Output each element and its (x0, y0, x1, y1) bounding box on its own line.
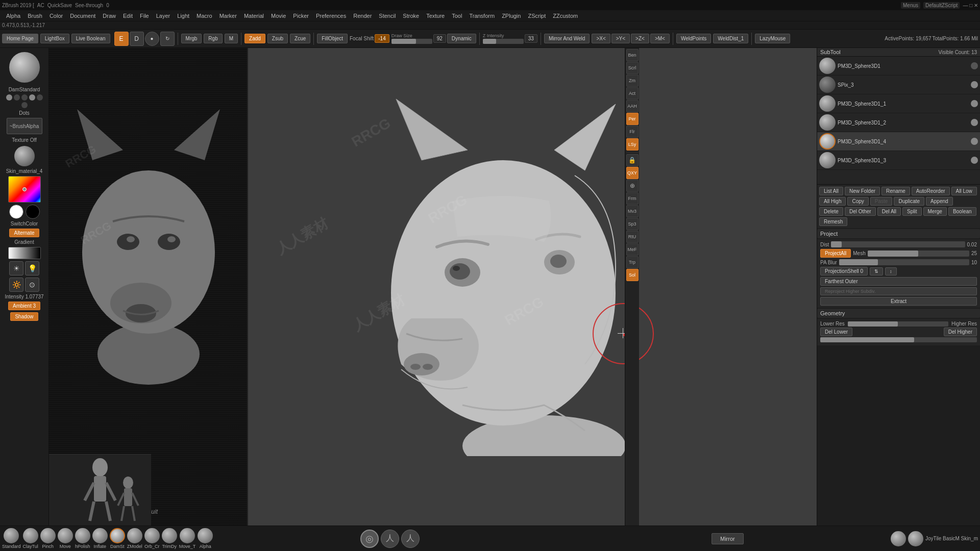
subtool-item-4[interactable]: PM3D_Sphere3D1_4 (817, 132, 980, 151)
append-btn[interactable]: Append (926, 197, 952, 206)
mirror-btn[interactable]: Mirror (712, 533, 744, 544)
mesh-slider[interactable] (868, 251, 969, 257)
color-picker[interactable] (8, 176, 41, 203)
z-intensity-bar[interactable] (483, 39, 524, 44)
subtool-item-spix[interactable]: SPix_3 (817, 76, 980, 94)
geo-slider2[interactable] (820, 337, 977, 342)
higher-res-label[interactable]: Higher Res (951, 321, 977, 327)
menu-document[interactable]: Document (67, 12, 99, 20)
dynamic-btn[interactable]: Dynamic (447, 34, 476, 43)
zadd-btn[interactable]: Zadd (244, 34, 265, 43)
zsub-btn[interactable]: Zsub (267, 34, 288, 43)
menu-marker[interactable]: Marker (216, 12, 240, 20)
dot-2[interactable] (14, 94, 20, 101)
pm-btn[interactable]: >M< (650, 34, 670, 43)
sphere-btn[interactable]: ● (145, 32, 159, 46)
extract-btn[interactable]: Extract (820, 297, 977, 306)
dot-5[interactable] (37, 94, 43, 101)
canvas-area[interactable]: RRCG RRCG Parauit (49, 48, 817, 525)
gradient-preview[interactable] (8, 247, 41, 259)
menu-preferences[interactable]: Preferences (313, 12, 349, 20)
tool-move[interactable]: Move (58, 528, 73, 549)
del-lower-btn[interactable]: Del Lower (820, 328, 852, 336)
copy-btn[interactable]: Copy (847, 197, 868, 206)
rgb-btn[interactable]: Rgb (204, 34, 222, 43)
light-btn-3[interactable]: 🔆 (9, 278, 23, 292)
pa-blur-slider[interactable] (839, 259, 969, 265)
tool-zmodel[interactable]: ZModel (127, 528, 142, 549)
new-folder-btn[interactable]: New Folder (845, 187, 880, 195)
pz-btn[interactable]: >Z< (631, 34, 649, 43)
menu-zzcustom[interactable]: ZZcustom (550, 12, 581, 20)
aahal-btn[interactable]: AAH (626, 100, 639, 112)
subtool-eye-3[interactable] (971, 119, 978, 126)
m-btn[interactable]: M (225, 34, 238, 43)
lazy-mouse-btn[interactable]: LazyMouse (755, 34, 790, 43)
subtool-item-5[interactable]: PM3D_Sphere3D1_3 (817, 151, 980, 170)
space3d-btn[interactable]: Sp3 (626, 218, 639, 230)
quicksave-label[interactable]: QuickSave (47, 3, 72, 8)
frame-btn[interactable]: Frm (626, 192, 639, 205)
move3d-btn[interactable]: Mv3 (626, 205, 639, 217)
reorder-btn2[interactable]: ⇅ (870, 267, 883, 276)
zoom-btn[interactable]: Zm (626, 74, 639, 87)
draw-size-val[interactable]: 92 (433, 34, 446, 43)
light-btn-4[interactable]: ⊙ (25, 278, 39, 292)
mefill-btn[interactable]: MeF (626, 243, 639, 256)
lightbox-btn[interactable]: LightBox (40, 34, 69, 43)
subtool-eye-2[interactable] (971, 100, 978, 107)
tool-movet[interactable]: Move_T (179, 528, 196, 549)
del-higher-btn[interactable]: Del Higher (944, 328, 977, 336)
menu-transform[interactable]: Transform (466, 12, 498, 20)
canvas-left[interactable]: RRCG RRCG Parauit (49, 48, 248, 525)
boolean-btn[interactable]: Boolean (948, 207, 976, 216)
menu-picker[interactable]: Picker (290, 12, 312, 20)
subtool-item-3[interactable]: PM3D_Sphere3D1_2 (817, 113, 980, 132)
all-high-btn[interactable]: All High (819, 197, 846, 206)
menu-edit[interactable]: Edit (120, 12, 136, 20)
mirror-weld-btn[interactable]: Mirror And Weld (544, 34, 590, 43)
list-all-btn[interactable]: List All (819, 187, 843, 195)
nav-circle3[interactable]: 人 (401, 530, 420, 548)
menu-draw[interactable]: Draw (100, 12, 119, 20)
brush-name-label[interactable]: DamStandard (9, 87, 40, 92)
transp-btn[interactable]: Trp (626, 256, 639, 268)
ambient-btn[interactable]: Ambient 3 (8, 302, 40, 310)
texture-off-label[interactable]: Texture Off (7, 136, 42, 144)
auto-reorder-btn[interactable]: AutoReorder (912, 187, 950, 195)
paste-btn[interactable]: Paste (870, 197, 893, 206)
geometry-header[interactable]: Geometry (817, 309, 980, 318)
tool-claytul[interactable]: ClayTul (23, 528, 38, 549)
menu-color[interactable]: Color (46, 12, 66, 20)
actual-btn[interactable]: Act (626, 87, 639, 99)
brush-preview[interactable] (9, 52, 40, 83)
nav-circle[interactable]: ◎ (360, 530, 379, 548)
tool-inflate[interactable]: Inflate (92, 528, 108, 549)
subtool-eye-5[interactable] (971, 157, 978, 164)
scroll-btn[interactable]: Scrl (626, 62, 639, 74)
dot-3[interactable] (21, 94, 28, 101)
live-boolean-btn[interactable]: Live Boolean (71, 34, 110, 43)
alternate-btn[interactable]: Alternate (9, 229, 39, 237)
ben-btn[interactable]: Ben (626, 49, 639, 61)
all-low-btn[interactable]: All Low (951, 187, 977, 195)
light-btn-2[interactable]: 💡 (25, 261, 39, 276)
weld-points-btn[interactable]: WeldPoints (676, 34, 711, 43)
tool-orbcr[interactable]: Orb_Cr (144, 528, 160, 549)
brush-alpha-preview[interactable]: ~BrushAlpha (7, 118, 42, 134)
material-icon-1[interactable] (891, 531, 906, 546)
z-intensity-val[interactable]: 33 (525, 34, 537, 43)
subtool-item-2[interactable]: PM3D_Sphere3D1_1 (817, 94, 980, 113)
res-slider[interactable] (848, 321, 948, 327)
menu-zscript[interactable]: ZScript (525, 12, 549, 20)
menu-layer[interactable]: Layer (153, 12, 174, 20)
menu-alpha[interactable]: Alpha (3, 12, 23, 20)
menu-light[interactable]: Light (174, 12, 192, 20)
material-name-label[interactable]: Skin_material_4 (6, 168, 43, 174)
menu-file[interactable]: File (137, 12, 152, 20)
menu-zplugin[interactable]: ZPlugin (499, 12, 524, 20)
draw-size-bar[interactable] (391, 39, 432, 44)
project-header[interactable]: Project (817, 229, 980, 238)
merge-btn[interactable]: Merge (923, 207, 947, 216)
home-page-btn[interactable]: Home Page (2, 34, 38, 43)
